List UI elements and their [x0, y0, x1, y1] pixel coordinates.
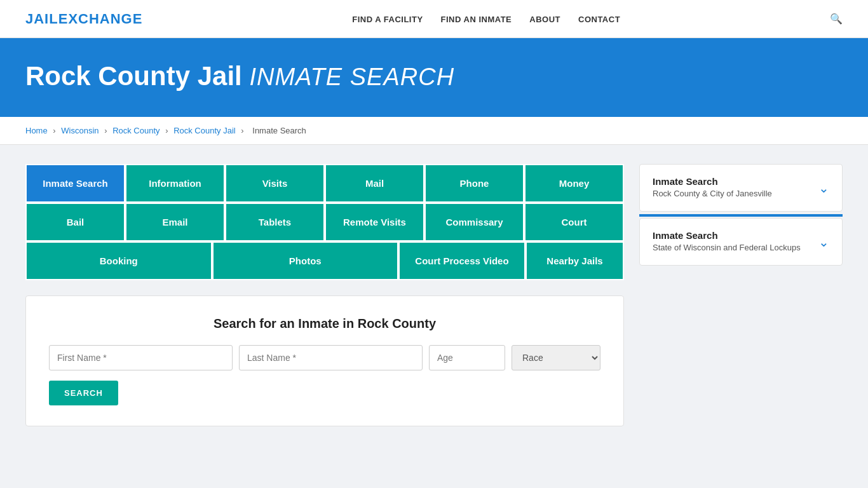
left-panel: Inmate Search Information Visits Mail Ph… — [25, 164, 624, 426]
first-name-input[interactable] — [49, 345, 233, 370]
tab-nearby-jails[interactable]: Nearby Jails — [526, 241, 624, 280]
last-name-input[interactable] — [239, 345, 423, 370]
tab-information[interactable]: Information — [125, 164, 225, 203]
tab-court-process-video[interactable]: Court Process Video — [398, 241, 526, 280]
tab-inmate-search[interactable]: Inmate Search — [25, 164, 125, 203]
tab-commissary[interactable]: Commissary — [424, 203, 524, 241]
chevron-down-icon-1: ⌄ — [818, 180, 829, 196]
breadcrumb: Home › Wisconsin › Rock County › Rock Co… — [0, 117, 868, 145]
tab-email[interactable]: Email — [125, 203, 225, 241]
nav-item-find-facility[interactable]: FIND A FACILITY — [352, 13, 423, 25]
page-title: Rock County Jail INMATE SEARCH — [25, 61, 843, 92]
tab-visits[interactable]: Visits — [225, 164, 325, 203]
sidebar-item-2[interactable]: Inmate Search State of Wisconsin and Fed… — [640, 219, 842, 265]
tab-grid: Inmate Search Information Visits Mail Ph… — [25, 164, 624, 280]
chevron-down-icon-2: ⌄ — [818, 234, 829, 250]
nav-item-about[interactable]: ABOUT — [529, 13, 560, 25]
logo-xchange: XCHANGE — [68, 11, 142, 27]
nav-item-contact[interactable]: CONTACT — [578, 13, 620, 25]
sidebar-card-1: Inmate Search Rock County & City of Jane… — [639, 164, 843, 212]
search-card: Search for an Inmate in Rock County Race… — [25, 295, 624, 426]
search-title: Search for an Inmate in Rock County — [49, 316, 600, 331]
main-content: Inmate Search Information Visits Mail Ph… — [0, 145, 868, 445]
right-panel: Inmate Search Rock County & City of Jane… — [639, 164, 843, 268]
nav-links: FIND A FACILITY FIND AN INMATE ABOUT CON… — [352, 13, 620, 25]
sidebar-item-2-title: Inmate Search — [653, 230, 801, 241]
breadcrumb-current: Inmate Search — [252, 126, 306, 135]
logo-e: E — [58, 11, 69, 27]
tab-booking[interactable]: Booking — [25, 241, 212, 280]
tab-tablets[interactable]: Tablets — [225, 203, 325, 241]
tab-photos[interactable]: Photos — [212, 241, 399, 280]
tab-phone[interactable]: Phone — [424, 164, 524, 203]
sidebar-item-2-subtitle: State of Wisconsin and Federal Lockups — [653, 242, 801, 254]
logo[interactable]: JAILEXCHANGE — [25, 11, 142, 27]
search-button[interactable]: SEARCH — [49, 381, 118, 405]
breadcrumb-home[interactable]: Home — [25, 126, 48, 135]
search-icon[interactable]: 🔍 — [830, 13, 843, 25]
race-select[interactable]: Race White Black Hispanic Asian Native A… — [512, 345, 600, 370]
breadcrumb-wisconsin[interactable]: Wisconsin — [61, 126, 98, 135]
nav-item-find-inmate[interactable]: FIND AN INMATE — [441, 13, 512, 25]
tab-bail[interactable]: Bail — [25, 203, 125, 241]
sidebar-card-2: Inmate Search State of Wisconsin and Fed… — [639, 218, 843, 266]
age-input[interactable] — [429, 345, 505, 370]
breadcrumb-rock-county-jail[interactable]: Rock County Jail — [173, 126, 236, 135]
tab-money[interactable]: Money — [524, 164, 624, 203]
sidebar-item-1[interactable]: Inmate Search Rock County & City of Jane… — [640, 165, 842, 211]
sidebar-divider — [639, 214, 843, 217]
logo-jail: JAIL — [25, 11, 58, 27]
breadcrumb-rock-county[interactable]: Rock County — [112, 126, 159, 135]
tab-remote-visits[interactable]: Remote Visits — [325, 203, 424, 241]
sidebar-item-1-subtitle: Rock County & City of Janesville — [653, 188, 772, 200]
tab-mail[interactable]: Mail — [325, 164, 424, 203]
navbar: JAILEXCHANGE FIND A FACILITY FIND AN INM… — [0, 0, 868, 38]
search-fields: Race White Black Hispanic Asian Native A… — [49, 345, 600, 370]
tab-court[interactable]: Court — [524, 203, 624, 241]
hero-banner: Rock County Jail INMATE SEARCH — [0, 38, 868, 117]
sidebar-item-1-title: Inmate Search — [653, 176, 772, 187]
